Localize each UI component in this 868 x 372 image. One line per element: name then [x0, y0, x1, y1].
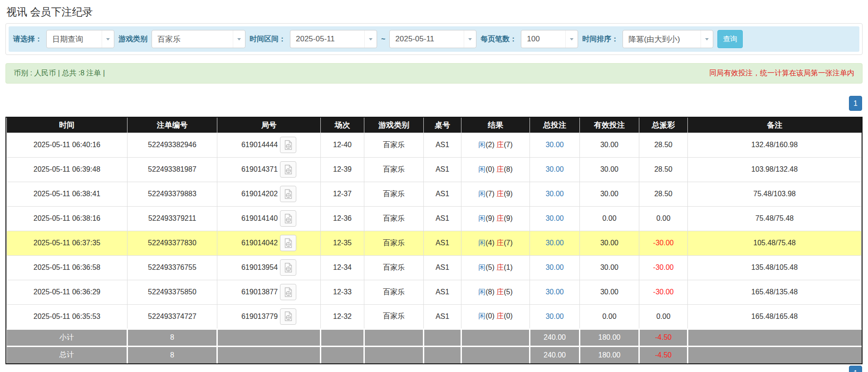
- page-1-button-bottom[interactable]: 1: [849, 366, 862, 372]
- game-type-cell: 百家乐: [364, 304, 424, 329]
- total-bet-link[interactable]: 30.00: [545, 239, 564, 247]
- pagination-top: 1: [6, 96, 862, 111]
- remark-cell: 132.48/160.98: [688, 133, 862, 157]
- time-cell: 2025-05-11 06:38:16: [7, 206, 128, 231]
- result-cell: 闲(0) 庄(0): [461, 304, 530, 329]
- round-id-cell: 619014140: [217, 206, 321, 231]
- betting-records-page: 视讯 会员下注纪录 请选择： 日期查询 游戏类别 百家乐 时间区间： 2025-…: [0, 0, 868, 364]
- query-type-label: 请选择：: [13, 35, 42, 44]
- header-cell: 结果: [461, 118, 530, 133]
- session-cell: 12-40: [321, 133, 364, 157]
- query-type-value: 日期查询: [47, 34, 102, 45]
- player-result-value: (8): [485, 288, 495, 296]
- round-id-cell: 619014202: [217, 182, 321, 206]
- total-bet-cell: 30.00: [530, 304, 580, 329]
- time-cell: 2025-05-11 06:35:53: [7, 304, 128, 329]
- total-bet-link[interactable]: 30.00: [545, 263, 564, 271]
- player-result-value: (2): [485, 141, 495, 149]
- game-type-cell: 百家乐: [364, 255, 424, 280]
- total-bet-link[interactable]: 30.00: [545, 190, 564, 198]
- player-result-value: (0): [485, 165, 495, 173]
- result-cell: 闲(8) 庄(5): [461, 280, 530, 304]
- total-bet-link[interactable]: 30.00: [545, 141, 564, 149]
- video-replay-button[interactable]: [280, 259, 296, 276]
- round-id-cell: 619014042: [217, 231, 321, 255]
- table-row: 2025-05-11 06:38:41 522493379883 6190142…: [7, 182, 862, 206]
- payout-cell: 0.00: [639, 304, 688, 329]
- video-replay-button[interactable]: [280, 137, 296, 153]
- player-result-label: 闲: [478, 214, 485, 222]
- player-result-value: (4): [485, 239, 495, 247]
- banker-result-value: (5): [504, 288, 513, 296]
- total-bet-cell: 30.00: [530, 157, 580, 182]
- player-result-label: 闲: [478, 288, 485, 296]
- game-type-select[interactable]: 百家乐: [152, 30, 245, 48]
- total-bet-link[interactable]: 30.00: [545, 165, 564, 173]
- payout-cell: -30.00: [639, 231, 688, 255]
- round-id: 619014202: [241, 190, 278, 198]
- player-result-label: 闲: [478, 190, 485, 198]
- query-type-select[interactable]: 日期查询: [46, 30, 114, 48]
- time-cell: 2025-05-11 06:39:48: [7, 157, 128, 182]
- banker-result-label: 庄: [496, 165, 504, 173]
- bet-id-cell: 522493377830: [128, 231, 217, 255]
- video-replay-button[interactable]: [280, 161, 296, 178]
- search-button[interactable]: 查询: [717, 30, 743, 48]
- session-cell: 12-33: [321, 280, 364, 304]
- date-from-select[interactable]: 2025-05-11: [290, 30, 377, 48]
- total-bet-link[interactable]: 30.00: [545, 288, 564, 296]
- player-result-label: 闲: [478, 312, 485, 320]
- header-cell: 游戏类别: [364, 118, 424, 133]
- page-1-button[interactable]: 1: [849, 96, 862, 111]
- table-no-cell: AS1: [424, 133, 461, 157]
- table-row: 2025-05-11 06:39:48 522493381987 6190143…: [7, 157, 862, 182]
- result-cell: 闲(0) 庄(8): [461, 157, 530, 182]
- game-type-cell: 百家乐: [364, 157, 424, 182]
- sort-select[interactable]: 降冪(由大到小): [623, 30, 713, 48]
- banker-result-value: (9): [504, 214, 513, 222]
- video-replay-button[interactable]: [280, 235, 296, 251]
- table-no-cell: AS1: [424, 206, 461, 231]
- banker-result-label: 庄: [496, 312, 504, 320]
- table-no-cell: AS1: [424, 182, 461, 206]
- video-file-icon: [284, 213, 293, 224]
- payout-cell: 28.50: [639, 157, 688, 182]
- time-cell: 2025-05-11 06:40:16: [7, 133, 128, 157]
- remark-cell: 135.48/105.48: [688, 255, 862, 280]
- date-to-select[interactable]: 2025-05-11: [389, 30, 476, 48]
- valid-bet-cell: 30.00: [580, 182, 639, 206]
- bet-id-cell: 522493374727: [128, 304, 217, 329]
- video-replay-button[interactable]: [280, 284, 296, 300]
- total-bet-cell: 30.00: [530, 280, 580, 304]
- game-type-value: 百家乐: [152, 34, 233, 45]
- page-size-select[interactable]: 100: [521, 30, 578, 48]
- round-id: 619013954: [241, 263, 278, 272]
- video-replay-button[interactable]: [280, 308, 296, 325]
- filter-panel: 请选择： 日期查询 游戏类别 百家乐 时间区间： 2025-05-11 ~ 20…: [5, 23, 863, 55]
- video-file-icon: [284, 238, 293, 248]
- subtotal-valid-bet: 180.00: [580, 329, 639, 346]
- valid-bet-cell: 0.00: [580, 206, 639, 231]
- video-replay-button[interactable]: [280, 186, 296, 202]
- total-bet-link[interactable]: 30.00: [545, 312, 564, 320]
- summary-bar: 币别 : 人民币 | 总共 :8 注单 | 同局有效投注，统一计算在该局第一张注…: [5, 63, 863, 84]
- table-body: 2025-05-11 06:40:16 522493382946 6190144…: [7, 133, 862, 329]
- total-bet-link[interactable]: 30.00: [545, 214, 564, 222]
- grand-total-valid-bet: 180.00: [580, 346, 639, 363]
- player-result-label: 闲: [478, 263, 485, 271]
- header-cell: 有效投注: [580, 118, 639, 133]
- table-row: 2025-05-11 06:35:53 522493374727 6190137…: [7, 304, 862, 329]
- header-cell: 桌号: [424, 118, 461, 133]
- table-no-cell: AS1: [424, 231, 461, 255]
- table-row: 2025-05-11 06:40:16 522493382946 6190144…: [7, 133, 862, 157]
- round-id: 619014042: [241, 239, 278, 247]
- table-no-cell: AS1: [424, 280, 461, 304]
- session-cell: 12-34: [321, 255, 364, 280]
- subtotal-total-bet: 240.00: [530, 329, 580, 346]
- round-id-cell: 619013877: [217, 280, 321, 304]
- grand-total-total-bet: 240.00: [530, 346, 580, 363]
- header-cell: 局号: [217, 118, 321, 133]
- header-cell: 总投注: [530, 118, 580, 133]
- bet-id-cell: 522493381987: [128, 157, 217, 182]
- video-replay-button[interactable]: [280, 210, 296, 227]
